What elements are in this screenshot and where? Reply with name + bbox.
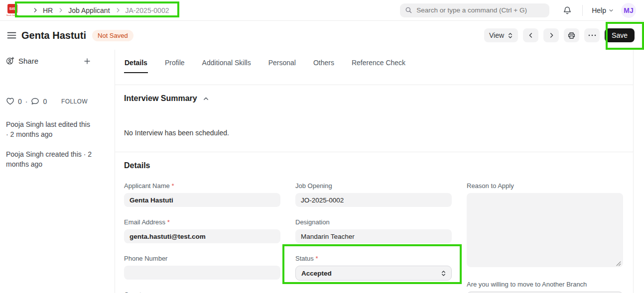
last-edited-note: Pooja Singh last edited this · 2 months … (6, 119, 93, 139)
printer-icon (567, 31, 576, 40)
no-interview-message: No Interview has been scheduled. (124, 129, 623, 137)
status-select[interactable]: Accepted (295, 266, 452, 281)
header-actions: View Save (484, 28, 635, 42)
search-input[interactable] (416, 6, 544, 14)
page-title: Genta Hastuti (21, 30, 86, 41)
email-address-field: Email Address * (124, 218, 280, 243)
tab-profile[interactable]: Profile (164, 59, 185, 73)
breadcrumb-item-current: JA-2025-0002 (126, 6, 169, 14)
save-button[interactable]: Save (605, 28, 635, 42)
designation-label: Designation (295, 218, 452, 226)
applicant-name-field: Applicant Name * (124, 182, 280, 207)
interview-summary-title: Interview Summary (124, 94, 197, 103)
search-icon (405, 6, 412, 14)
status-select-value: Accepted (301, 270, 332, 277)
help-menu[interactable]: Help (592, 6, 614, 14)
applicant-name-label: Applicant Name * (124, 182, 280, 190)
breadcrumb: HR Job Applicant JA-2025-0002 (28, 2, 173, 18)
tab-details[interactable]: Details (124, 59, 148, 73)
form-main: Details Profile Additional Skills Person… (115, 50, 634, 293)
form-sidebar: Share 0 · 0 FOLLOW Pooja Singh last edit… (0, 50, 115, 293)
heart-icon[interactable] (6, 97, 14, 105)
job-opening-field: Job Opening (295, 182, 452, 207)
ellipsis-icon (588, 34, 596, 36)
global-search[interactable] (400, 3, 549, 17)
navbar-divider (582, 5, 583, 16)
user-avatar[interactable]: MJ (621, 3, 636, 18)
willing-to-move-field: Are you willing to move to Another Branc… (467, 281, 623, 293)
sidebar-expand-icon[interactable] (32, 7, 38, 13)
reason-to-apply-textarea[interactable] (467, 193, 623, 267)
required-asterisk: * (315, 255, 318, 262)
tab-others[interactable]: Others (313, 59, 335, 73)
dot-separator: · (25, 98, 28, 105)
status-label: Status * (295, 255, 452, 262)
phone-number-field: Phone Number (124, 255, 280, 280)
share-row: Share (6, 57, 91, 65)
app-logo-subtext: South Jakarta (6, 14, 19, 16)
status-badge: Not Saved (92, 30, 133, 41)
comment-icon[interactable] (31, 97, 39, 105)
chevron-up-down-icon (441, 270, 446, 277)
chevron-right-icon (548, 32, 555, 39)
bell-icon (563, 6, 572, 15)
app-logo-mark: SIS (7, 4, 17, 13)
details-field-grid: Applicant Name * Email Address * Phone N… (124, 182, 623, 293)
notifications-button[interactable] (563, 6, 572, 15)
content-area: Share 0 · 0 FOLLOW Pooja Singh last edit… (0, 50, 644, 293)
help-label: Help (592, 6, 606, 14)
country-field: Country (124, 291, 280, 293)
details-section: Details Applicant Name * Email Address *… (115, 152, 633, 293)
navbar-right: Help MJ (400, 3, 636, 18)
follow-button[interactable]: FOLLOW (58, 98, 91, 105)
tab-additional-skills[interactable]: Additional Skills (202, 59, 252, 73)
breadcrumb-item-job-applicant[interactable]: Job Applicant (68, 6, 110, 14)
required-asterisk: * (167, 218, 170, 226)
reactions-row: 0 · 0 FOLLOW (6, 97, 91, 105)
interview-summary-section: Interview Summary No Interview has been … (115, 85, 633, 152)
hamburger-icon (7, 31, 16, 39)
top-navbar: SIS South Jakarta HR Job Applicant JA-20… (0, 0, 644, 21)
phone-number-label: Phone Number (124, 255, 280, 262)
country-label: Country (124, 291, 280, 293)
designation-input[interactable] (295, 229, 452, 243)
collapse-chevron-up-icon[interactable] (203, 96, 209, 102)
details-section-title: Details (124, 161, 150, 170)
page-header: Genta Hastuti Not Saved View (0, 21, 644, 50)
print-button[interactable] (564, 28, 579, 42)
add-share-button[interactable] (84, 58, 91, 65)
next-record-button[interactable] (543, 28, 559, 42)
willing-to-move-label: Are you willing to move to Another Branc… (467, 281, 623, 288)
comment-count: 0 (43, 98, 47, 105)
breadcrumb-separator-icon (57, 7, 64, 13)
details-column-2: Job Opening Designation Status * Accepte… (295, 182, 452, 293)
reason-to-apply-field: Reason to Apply (467, 182, 623, 269)
share-label[interactable]: Share (18, 57, 38, 65)
applicant-name-input[interactable] (124, 193, 280, 207)
created-note: Pooja Singh created this · 2 months ago (6, 149, 93, 169)
avatar-initials: MJ (624, 6, 633, 14)
chevron-down-icon (609, 8, 614, 13)
view-button-label: View (489, 31, 504, 39)
breadcrumb-separator-icon (115, 7, 121, 13)
tab-reference-check[interactable]: Reference Check (351, 59, 406, 73)
view-button[interactable]: View (484, 28, 518, 42)
email-address-input[interactable] (124, 229, 280, 243)
status-field: Status * Accepted (295, 255, 452, 281)
job-opening-input[interactable] (295, 193, 452, 207)
tab-personal[interactable]: Personal (268, 59, 296, 73)
previous-record-button[interactable] (523, 28, 538, 42)
breadcrumb-item-hr[interactable]: HR (43, 6, 53, 14)
share-person-plus-icon (6, 57, 14, 65)
details-column-1: Applicant Name * Email Address * Phone N… (124, 182, 280, 293)
menu-toggle-button[interactable] (7, 31, 16, 39)
form-tabs: Details Profile Additional Skills Person… (115, 50, 633, 85)
app-logo[interactable]: SIS South Jakarta (6, 4, 19, 16)
more-actions-button[interactable] (584, 28, 600, 42)
chevron-up-down-icon (508, 32, 513, 39)
job-opening-label: Job Opening (295, 182, 452, 190)
designation-field: Designation (295, 218, 452, 243)
email-address-label: Email Address * (124, 218, 280, 226)
reason-to-apply-label: Reason to Apply (467, 182, 623, 190)
phone-number-input[interactable] (124, 266, 280, 280)
